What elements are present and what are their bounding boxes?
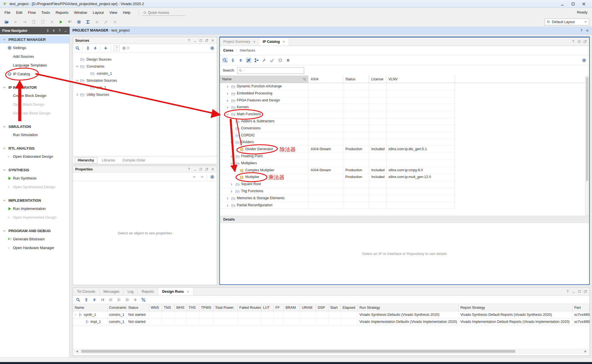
tab-log[interactable]: Log <box>124 288 138 295</box>
sidebar-item-ip-catalog[interactable]: IP Catalog <box>0 70 69 78</box>
help-icon[interactable] <box>58 29 61 32</box>
gear-icon[interactable] <box>582 58 586 63</box>
column-header-part[interactable]: Part <box>573 304 590 311</box>
chevron-right-icon[interactable] <box>230 190 233 193</box>
hierarchy-icon[interactable] <box>254 58 259 63</box>
chevron-right-icon[interactable] <box>226 106 229 109</box>
tab-messages[interactable]: Messages <box>100 288 124 295</box>
sidebar-item-add-sources[interactable]: Add Sources <box>0 52 69 61</box>
sources-tab-hierarchy[interactable]: Hierarchy <box>75 157 97 163</box>
ip-row-multipliers[interactable]: Multipliers <box>220 160 455 167</box>
column-header-ff[interactable]: FF <box>274 304 284 311</box>
generate-bitstream-icon[interactable] <box>68 20 72 24</box>
column-header-vlnv[interactable]: VLNV <box>386 76 455 83</box>
column-header-dsp[interactable]: DSP <box>316 304 328 311</box>
chevron-right-icon[interactable] <box>230 183 233 186</box>
edit-icon[interactable] <box>104 20 108 24</box>
column-header-tns[interactable]: TNS <box>162 304 174 311</box>
search-icon[interactable] <box>223 58 227 63</box>
vertical-scrollbar[interactable] <box>585 76 589 216</box>
sidebar-item-run-synthesis[interactable]: Run Synthesis <box>0 174 69 183</box>
settings-icon[interactable] <box>77 20 81 24</box>
gear-icon[interactable] <box>210 175 215 179</box>
chevron-right-icon[interactable] <box>226 92 229 95</box>
ip-row-kernels[interactable]: Kernels <box>220 104 455 111</box>
copy-icon[interactable] <box>32 20 36 24</box>
sidebar-item-generate-block-design[interactable]: Generate Block Design <box>0 109 69 117</box>
report-summary-icon[interactable] <box>86 20 90 24</box>
column-header-uram[interactable]: URAM <box>300 304 316 311</box>
column-header-total-power[interactable]: Total Power <box>213 304 238 311</box>
tab-ip-catalog[interactable]: IP Catalog <box>259 37 289 46</box>
paste-icon[interactable] <box>41 20 45 24</box>
menu-item-file[interactable]: File <box>2 9 13 16</box>
column-header-elapsed[interactable]: Elapsed <box>341 304 358 311</box>
menu-item-edit[interactable]: Edit <box>13 9 25 16</box>
ip-row-complex-multiplier[interactable]: Complex MultiplierAXI4-StreamProductionI… <box>220 167 455 174</box>
chevron-right-icon[interactable] <box>226 197 229 200</box>
sidebar-item-settings[interactable]: Settings <box>0 43 69 52</box>
sidebar-item-open-elaborated-design[interactable]: Open Elaborated Design <box>0 152 69 161</box>
column-header-status[interactable]: Status <box>127 304 149 311</box>
source-tree-item-simulation-sources[interactable]: Simulation Sources <box>73 77 217 84</box>
sidebar-section-header-synthesis[interactable]: SYNTHESIS <box>0 166 69 174</box>
chevron-right-icon[interactable] <box>226 204 229 207</box>
collapse-icon[interactable] <box>84 298 89 302</box>
help-icon[interactable] <box>187 39 191 42</box>
step-forward-icon[interactable] <box>125 298 129 302</box>
horizontal-scrollbar[interactable]: ◀ ▶ <box>74 349 588 354</box>
quick-access-search[interactable] <box>142 10 185 16</box>
expand-all-icon[interactable] <box>93 46 98 50</box>
stop-icon[interactable] <box>286 58 290 63</box>
close-icon[interactable] <box>211 167 215 171</box>
ip-row-partial-reconfiguration[interactable]: Partial Reconfiguration <box>220 202 455 209</box>
collapse-all-icon[interactable] <box>86 46 90 50</box>
sidebar-item-create-block-design[interactable]: Create Block Design <box>0 91 69 100</box>
search-icon[interactable] <box>76 298 80 302</box>
minimize-icon[interactable] <box>193 167 197 171</box>
key-icon[interactable] <box>270 58 275 63</box>
chevron-down-icon[interactable] <box>230 141 233 144</box>
close-icon[interactable] <box>586 29 589 32</box>
menu-item-window[interactable]: Window <box>71 9 90 16</box>
float-icon[interactable] <box>205 39 209 42</box>
sidebar-section-header-program-and-debug[interactable]: PROGRAM AND DEBUG <box>0 227 69 235</box>
column-header-name[interactable]: Name <box>73 304 107 311</box>
chevron-down-icon[interactable] <box>74 313 77 316</box>
ip-search-box[interactable] <box>237 67 304 74</box>
chevron-right-icon[interactable] <box>226 99 229 102</box>
expand-icon[interactable] <box>238 58 243 63</box>
sidebar-section-header-implementation[interactable]: IMPLEMENTATION <box>0 196 69 204</box>
search-icon[interactable] <box>75 46 80 50</box>
quick-access-input[interactable] <box>148 11 179 15</box>
ip-row-conversions[interactable]: Conversions <box>220 125 455 132</box>
float-icon[interactable] <box>584 290 587 293</box>
sources-tab-compile-order[interactable]: Compile Order <box>120 157 148 163</box>
menu-item-tools[interactable]: Tools <box>39 9 53 16</box>
help-icon[interactable] <box>566 290 569 293</box>
tab-reports[interactable]: Reports <box>138 288 158 295</box>
skip-start-icon[interactable] <box>100 298 105 302</box>
tab-design-runs[interactable]: Design Runs <box>158 288 193 295</box>
collapse-icon[interactable] <box>231 58 235 63</box>
add-sources-icon[interactable] <box>103 46 108 50</box>
menu-item-flow[interactable]: Flow <box>25 9 38 16</box>
open-project-icon[interactable] <box>5 20 9 24</box>
chevron-right-icon[interactable] <box>230 120 233 123</box>
subtab-interfaces[interactable]: Interfaces <box>240 48 255 52</box>
filter-icon[interactable] <box>246 58 251 63</box>
help-icon[interactable] <box>571 40 575 43</box>
ip-row-dynamic-function-exchange[interactable]: Dynamic Function eXchange <box>220 83 455 90</box>
column-header-constraints[interactable]: Constraints <box>107 304 127 311</box>
plus-icon[interactable] <box>133 298 138 302</box>
percent-icon[interactable] <box>141 298 146 302</box>
sidebar-section-header-rtl-analysis[interactable]: RTL ANALYSIS <box>0 144 69 152</box>
close-icon[interactable] <box>282 40 285 43</box>
column-header-license[interactable]: License <box>369 76 386 83</box>
maximize-icon[interactable] <box>577 40 581 43</box>
column-header-start[interactable]: Start <box>328 304 341 311</box>
minimize-icon[interactable] <box>64 29 67 32</box>
ip-row-adders-subtracters[interactable]: Adders & Subtracters <box>220 118 455 125</box>
column-header-lut[interactable]: LUT <box>261 304 274 311</box>
menu-item-layout[interactable]: Layout <box>90 9 107 16</box>
